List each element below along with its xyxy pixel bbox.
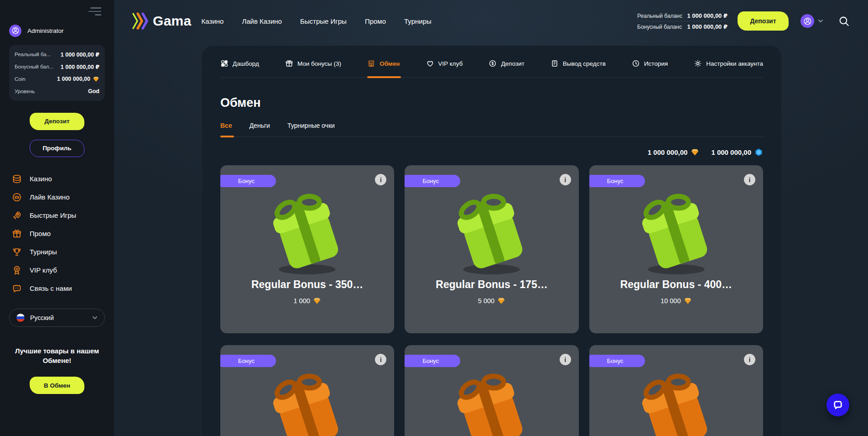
gift-image bbox=[405, 185, 578, 277]
filter-money[interactable]: Деньги bbox=[249, 122, 270, 137]
bonus-title: Regular Bonus - 400… bbox=[589, 278, 763, 291]
top-nav: Казино Лайв Казино Быстрые Игры Промо Ту… bbox=[202, 17, 431, 25]
sidebar-nav: Казино Лайв Казино Быстрые Игры Промо Ту… bbox=[9, 170, 105, 298]
russian-flag-icon bbox=[16, 313, 25, 322]
withdraw-icon bbox=[551, 59, 559, 68]
filter-all[interactable]: Все bbox=[220, 122, 232, 137]
account-avatar-icon bbox=[800, 14, 814, 28]
deposit-icon bbox=[489, 59, 497, 68]
sidebar-profile-button[interactable]: Профиль bbox=[30, 140, 84, 157]
info-icon[interactable]: i bbox=[744, 174, 755, 185]
real-balance-label: Реальный ба... bbox=[15, 52, 51, 57]
bonus-badge: Бонус bbox=[405, 175, 460, 187]
tab-deposit[interactable]: Депозит bbox=[489, 59, 524, 77]
chat-widget-button[interactable] bbox=[826, 394, 849, 416]
nav-live-casino[interactable]: Лайв Казино bbox=[242, 17, 282, 25]
search-button[interactable] bbox=[838, 16, 850, 27]
bonus-balance-line: Бонусный баланс 1 000 000,00 ₽ bbox=[637, 21, 728, 32]
sidebar-item-contact[interactable]: Связь с нами bbox=[9, 279, 105, 298]
menu-toggle-icon[interactable] bbox=[88, 7, 101, 16]
info-icon[interactable]: i bbox=[375, 174, 386, 185]
real-balance-label: Реальный баланс bbox=[637, 13, 682, 19]
bonus-balance-row: Бонусный бал... 1 000 000,00 ₽ bbox=[15, 63, 99, 70]
gift-image bbox=[220, 185, 394, 277]
tab-dashboard[interactable]: Дашборд bbox=[220, 59, 259, 77]
bonus-card[interactable]: Бонус i bbox=[220, 345, 394, 436]
nav-casino[interactable]: Казино bbox=[202, 17, 224, 25]
profile-tabs: Дашборд Мои бонусы (3) Обмен VIP клуб Де… bbox=[220, 46, 763, 78]
user-avatar-icon bbox=[9, 25, 21, 37]
live-casino-icon bbox=[12, 192, 22, 202]
gift-image bbox=[405, 365, 578, 436]
bonus-badge: Бонус bbox=[589, 175, 645, 187]
info-icon[interactable]: i bbox=[560, 354, 571, 365]
sidebar-promo-heading: Лучшие товары в нашем Обмене! bbox=[9, 346, 105, 366]
gem-orange-icon bbox=[313, 297, 321, 305]
account-menu[interactable] bbox=[800, 14, 824, 28]
tab-account-settings[interactable]: Настройки аккаунта bbox=[694, 59, 763, 77]
bonus-card[interactable]: Бонус i Regular Bonus - 350… 1 000 bbox=[220, 165, 394, 333]
tab-exchange[interactable]: Обмен bbox=[367, 59, 400, 77]
bonus-title: Regular Bonus - 350… bbox=[220, 278, 394, 291]
gift-image bbox=[220, 365, 394, 436]
sidebar-item-label: Связь с нами bbox=[30, 284, 72, 292]
tournaments-icon bbox=[12, 247, 22, 257]
bonus-balance-value: 1 000 000,00 ₽ bbox=[61, 63, 99, 70]
real-balance-value: 1 000 000,00 ₽ bbox=[61, 51, 99, 58]
bonus-balance-label: Бонусный баланс bbox=[637, 24, 682, 30]
gem-orange-icon bbox=[497, 297, 505, 305]
sidebar-item-live-casino[interactable]: Лайв Казино bbox=[9, 188, 105, 206]
bonus-price: 5 000 bbox=[405, 297, 578, 305]
point-balance: 1 000 000,00 bbox=[711, 148, 763, 157]
topbar: Gama Казино Лайв Казино Быстрые Игры Про… bbox=[114, 0, 868, 42]
sidebar-item-label: Казино bbox=[30, 175, 52, 183]
sidebar-item-tournaments[interactable]: Турниры bbox=[9, 243, 105, 261]
language-selector[interactable]: Русский bbox=[9, 309, 105, 327]
brand-logo[interactable]: Gama bbox=[131, 12, 192, 30]
gem-blue-icon bbox=[754, 148, 763, 157]
tab-my-bonuses[interactable]: Мои бонусы (3) bbox=[285, 59, 341, 77]
sidebar-item-fast-games[interactable]: Быстрые Игры bbox=[9, 206, 105, 225]
sidebar-item-casino[interactable]: Казино bbox=[9, 170, 105, 188]
bonus-balance-value: 1 000 000,00 ₽ bbox=[687, 23, 728, 30]
page-title: Обмен bbox=[220, 96, 763, 110]
bonus-card[interactable]: Бонус i bbox=[589, 345, 763, 436]
contact-icon bbox=[12, 284, 22, 294]
sidebar-user[interactable]: Administrator bbox=[9, 25, 105, 37]
gem-orange-icon bbox=[93, 76, 99, 83]
info-icon[interactable]: i bbox=[375, 354, 386, 365]
bonus-card[interactable]: Бонус i bbox=[405, 345, 578, 436]
tab-history[interactable]: История bbox=[632, 59, 668, 77]
bonus-card[interactable]: Бонус i Regular Bonus - 400… 10 000 bbox=[589, 165, 763, 333]
info-icon[interactable]: i bbox=[744, 354, 755, 365]
coin-balance-row: Coin 1 000 000,00 bbox=[15, 76, 99, 83]
profile-panel: Дашборд Мои бонусы (3) Обмен VIP клуб Де… bbox=[202, 46, 781, 436]
chevron-down-icon bbox=[92, 315, 98, 321]
tab-vip-club[interactable]: VIP клуб bbox=[426, 59, 463, 77]
chevron-down-icon bbox=[817, 18, 824, 24]
sidebar-item-label: Лайв Казино bbox=[30, 193, 70, 201]
vip-icon bbox=[12, 265, 22, 275]
brand-name: Gama bbox=[153, 13, 192, 29]
nav-tournaments[interactable]: Турниры bbox=[404, 17, 431, 25]
info-icon[interactable]: i bbox=[560, 174, 571, 185]
bonus-badge: Бонус bbox=[405, 355, 460, 367]
bonus-card[interactable]: Бонус i Regular Bonus - 175… 5 000 bbox=[405, 165, 578, 333]
user-name: Administrator bbox=[27, 27, 64, 34]
filter-tournament-points[interactable]: Турнирные очки bbox=[287, 122, 335, 137]
real-balance-row: Реальный ба... 1 000 000,00 ₽ bbox=[15, 51, 99, 58]
dashboard-icon bbox=[220, 59, 229, 68]
search-icon bbox=[838, 16, 850, 27]
sidebar-item-label: Быстрые Игры bbox=[30, 211, 76, 219]
tab-withdraw[interactable]: Вывод средств bbox=[551, 59, 606, 77]
header-deposit-button[interactable]: Депозит bbox=[738, 11, 789, 31]
sidebar-item-promo[interactable]: Промо bbox=[9, 225, 105, 243]
fast-games-icon bbox=[12, 210, 22, 221]
sidebar-deposit-button[interactable]: Депозит bbox=[30, 113, 84, 130]
to-exchange-button[interactable]: В Обмен bbox=[30, 377, 84, 394]
nav-promo[interactable]: Промо bbox=[365, 17, 386, 25]
bonus-card-grid: Бонус i Regular Bonus - 350… 1 000 Бонус… bbox=[220, 165, 763, 436]
nav-fast-games[interactable]: Быстрые Игры bbox=[300, 17, 347, 25]
language-label: Русский bbox=[30, 314, 54, 321]
sidebar-item-vip-club[interactable]: VIP клуб bbox=[9, 261, 105, 279]
